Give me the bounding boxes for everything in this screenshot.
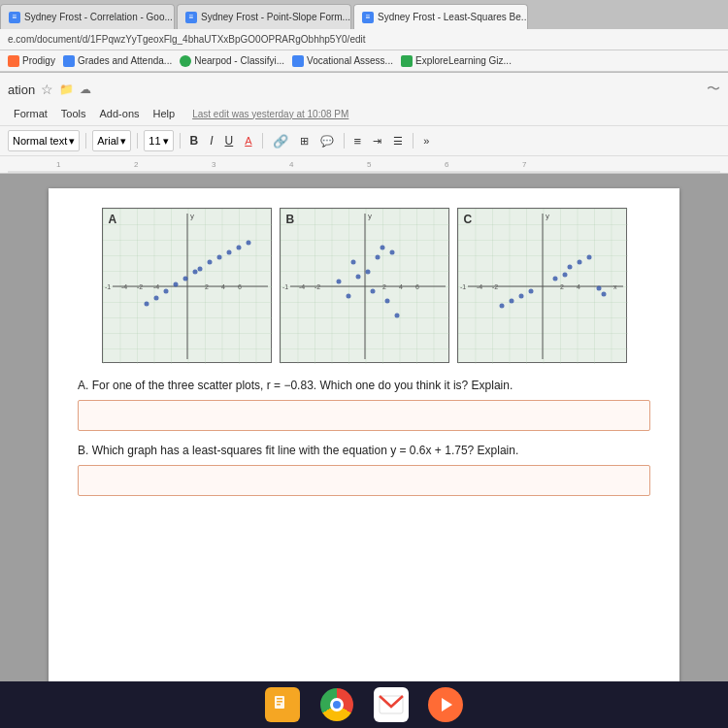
answer-box-b[interactable] [78, 465, 650, 496]
doc-content: A y [0, 174, 728, 727]
svg-point-72 [562, 273, 567, 278]
plot-c-svg: y -1 -4 -2 2 4 x [458, 209, 628, 364]
taskbar-gmail-icon[interactable] [374, 687, 409, 722]
italic-button[interactable]: I [206, 132, 216, 149]
svg-text:6: 6 [238, 283, 242, 290]
tab-label-1: Sydney Frost - Correlation - Goo... [24, 12, 173, 22]
font-select[interactable]: Arial ▾ [92, 130, 131, 151]
wavy-icon: 〜 [707, 81, 720, 98]
svg-text:4: 4 [221, 283, 225, 290]
svg-text:-4: -4 [121, 283, 127, 290]
svg-point-69 [586, 255, 591, 260]
menu-help[interactable]: Help [148, 106, 182, 121]
bookmark-icon-vocational [292, 55, 304, 67]
question-text-b: B. Which graph has a least-squares fit l… [78, 443, 650, 459]
menu-format[interactable]: Format [8, 106, 53, 121]
cloud-icon[interactable]: ☁ [80, 83, 91, 96]
docs-menu-bar: Format Tools Add-ons Help Last edit was … [0, 102, 728, 125]
svg-text:7: 7 [522, 160, 527, 169]
bookmark-label-prodigy: Prodigy [22, 55, 55, 66]
toolbar-divider-3 [180, 133, 181, 149]
bookmark-icon-nearpod [180, 55, 191, 67]
paragraph-style-arrow: ▾ [69, 135, 75, 148]
tab-3[interactable]: ≡ Sydney Frost - Least-Squares Be... ✕ [353, 4, 528, 29]
svg-text:-2: -2 [137, 283, 143, 290]
line-spacing-button[interactable]: ≡ [350, 132, 366, 150]
bookmark-explorelearning[interactable]: ExploreLearning Giz... [401, 55, 512, 67]
bookmark-prodigy[interactable]: Prodigy [8, 55, 55, 67]
toolbar-divider-6 [413, 133, 414, 149]
bookmark-label-nearpod: Nearpod - Classifyi... [194, 55, 284, 66]
answer-box-a[interactable] [78, 400, 650, 431]
chrome-circle [320, 688, 353, 721]
toolbar-divider-2 [137, 133, 138, 149]
scatter-plot-b: B y -1 -4 -2 [280, 208, 449, 363]
bold-button[interactable]: B [186, 132, 203, 149]
taskbar-play-icon[interactable] [428, 687, 463, 722]
svg-text:-4: -4 [153, 283, 159, 290]
list-button[interactable]: ☰ [389, 133, 407, 149]
underline-button[interactable]: U [221, 132, 238, 149]
taskbar-chrome-icon[interactable] [319, 687, 354, 722]
indent-button[interactable]: ⇥ [369, 133, 385, 149]
folder-icon[interactable]: 📁 [59, 83, 74, 96]
star-icon[interactable]: ☆ [41, 82, 53, 97]
link-button[interactable]: 🔗 [269, 132, 292, 150]
svg-point-48 [370, 289, 375, 294]
scatter-plot-c: C y -1 -4 -2 [457, 208, 627, 363]
plot-label-b: B [286, 213, 295, 226]
tab-1[interactable]: ≡ Sydney Frost - Correlation - Goo... ✕ [0, 4, 175, 29]
tab-icon-2: ≡ [185, 12, 197, 23]
svg-point-70 [596, 286, 601, 291]
svg-text:y: y [190, 212, 194, 220]
toolbar-divider-5 [344, 133, 345, 149]
chrome-inner [330, 698, 344, 711]
menu-addons[interactable]: Add-ons [94, 106, 146, 121]
doc-page: A y [49, 188, 679, 712]
font-color-button[interactable]: A [241, 133, 255, 149]
svg-point-41 [336, 280, 341, 284]
bookmarks-bar: Prodigy Grades and Attenda... Nearpod - … [0, 50, 728, 72]
svg-point-30 [246, 241, 250, 246]
font-size-select[interactable]: 11 ▾ [144, 130, 173, 151]
insert-image-button[interactable]: ⊞ [296, 133, 313, 149]
paragraph-style-select[interactable]: Normal text ▾ [8, 130, 80, 151]
svg-point-29 [236, 246, 241, 250]
ruler-svg: 1 2 3 4 5 6 7 [8, 157, 720, 173]
paragraph-style-label: Normal text [13, 135, 67, 147]
font-size-label: 11 [149, 135, 160, 147]
tab-label-2: Sydney Frost - Point-Slope Form... [201, 12, 350, 22]
svg-point-26 [163, 289, 168, 294]
bookmark-grades[interactable]: Grades and Attenda... [63, 55, 172, 67]
more-button[interactable]: » [419, 133, 433, 149]
insert-comment-button[interactable]: 💬 [316, 133, 338, 149]
browser-chrome: ≡ Sydney Frost - Correlation - Goo... ✕ … [0, 0, 728, 73]
tab-icon-1: ≡ [9, 12, 20, 23]
bookmark-icon-prodigy [8, 55, 19, 67]
svg-point-44 [375, 255, 380, 260]
question-block-b: B. Which graph has a least-squares fit l… [78, 443, 650, 496]
svg-point-65 [528, 289, 533, 294]
svg-text:-4: -4 [477, 283, 482, 290]
bookmark-nearpod[interactable]: Nearpod - Classifyi... [180, 55, 284, 67]
last-edit-text: Last edit was yesterday at 10:08 PM [192, 109, 348, 119]
font-label: Arial [97, 135, 118, 147]
svg-point-25 [173, 282, 178, 287]
svg-rect-75 [277, 701, 282, 703]
svg-rect-74 [277, 698, 282, 700]
menu-tools[interactable]: Tools [55, 106, 92, 121]
tab-2[interactable]: ≡ Sydney Frost - Point-Slope Form... ✕ [177, 4, 351, 29]
bookmark-vocational[interactable]: Vocational Assess... [292, 55, 393, 67]
svg-point-62 [499, 304, 504, 309]
taskbar-files-icon[interactable] [265, 687, 300, 722]
gmail-svg [379, 695, 404, 714]
svg-point-28 [144, 302, 149, 307]
plot-label-c: C [464, 213, 473, 226]
svg-point-46 [389, 250, 394, 255]
address-bar[interactable]: e.com/document/d/1FPqwzYyTgeoxFlg_4bhaUT… [0, 29, 728, 50]
svg-text:-2: -2 [314, 283, 320, 290]
svg-point-63 [509, 299, 513, 304]
svg-text:y: y [546, 212, 549, 220]
svg-point-67 [567, 265, 572, 270]
svg-point-27 [153, 296, 158, 301]
